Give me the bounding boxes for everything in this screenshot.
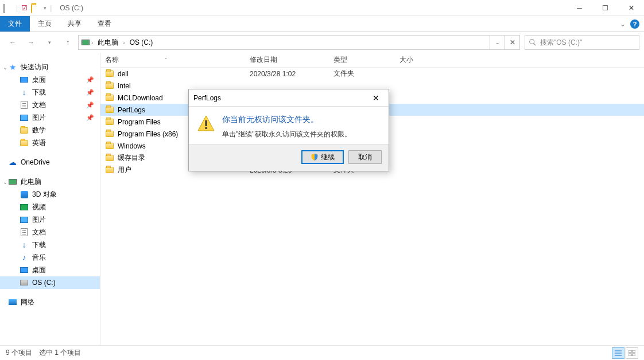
folder-icon[interactable]	[31, 3, 40, 13]
folder-icon	[20, 138, 29, 147]
recent-dropdown[interactable]: ▾	[41, 34, 57, 50]
breadcrumb-thispc[interactable]: 此电脑	[94, 38, 122, 48]
col-name[interactable]: 名称˄	[105, 55, 250, 65]
tab-share[interactable]: 共享	[60, 16, 90, 32]
ribbon-expand-icon[interactable]: ⌄	[620, 20, 626, 28]
pin-icon: 📌	[86, 76, 94, 84]
sidebar-item-label: 桌面	[32, 75, 46, 85]
breadcrumb-drive[interactable]: OS (C:)	[126, 38, 157, 46]
sidebar-item[interactable]: 桌面📌	[0, 73, 100, 86]
sidebar-item-label: 图片	[32, 113, 46, 123]
window-title: OS (C:)	[60, 4, 83, 12]
svg-rect-10	[205, 120, 207, 126]
disk-icon	[20, 278, 29, 287]
file-date: 2020/3/28 1:02	[250, 70, 333, 78]
download-icon: ↓	[20, 240, 29, 249]
sidebar-item[interactable]: OS (C:)	[0, 276, 100, 289]
sidebar-item[interactable]: ♪音乐	[0, 251, 100, 264]
sidebar: ⌄ ★ 快速访问 桌面📌↓下载📌文档📌图片📌数学英语 ☁ OneDrive ⌄ …	[0, 53, 100, 345]
sidebar-item[interactable]: 文档	[0, 226, 100, 238]
view-icons-button[interactable]	[626, 347, 638, 359]
sidebar-item[interactable]: 3D 对象	[0, 188, 100, 201]
search-placeholder: 搜索"OS (C:)"	[540, 38, 582, 48]
titlebar: | ☑ ▾ | OS (C:) ─ ☐ ✕	[0, 0, 644, 16]
forward-button[interactable]: →	[23, 34, 39, 50]
file-type: 文件夹	[333, 69, 399, 79]
chevron-right-icon[interactable]: ›	[90, 40, 94, 46]
sidebar-item-label: OS (C:)	[32, 279, 56, 287]
pc-icon	[8, 177, 17, 186]
back-button[interactable]: ←	[5, 34, 21, 50]
warning-icon	[197, 115, 215, 133]
sidebar-item-label: 音乐	[32, 253, 46, 263]
help-icon[interactable]: ?	[630, 19, 639, 29]
file-name: PerfLogs	[118, 106, 145, 114]
column-headers: 名称˄ 修改日期 类型 大小	[100, 53, 644, 68]
sidebar-thispc[interactable]: ⌄ 此电脑	[0, 175, 100, 188]
sidebar-item[interactable]: 图片📌	[0, 111, 100, 124]
col-size[interactable]: 大小	[399, 55, 445, 65]
continue-button[interactable]: 继续	[301, 150, 344, 164]
sidebar-item[interactable]: ↓下载📌	[0, 86, 100, 99]
folder-icon	[105, 118, 114, 127]
dialog-close-button[interactable]: ✕	[368, 93, 384, 103]
file-name: 缓存目录	[118, 153, 145, 163]
sidebar-quick-access[interactable]: ⌄ ★ 快速访问	[0, 61, 100, 73]
file-name: Windows	[118, 142, 146, 150]
sidebar-network[interactable]: 网络	[0, 296, 100, 308]
view-details-button[interactable]	[612, 347, 624, 359]
col-type[interactable]: 类型	[333, 55, 399, 65]
checkbox-icon[interactable]: ☑	[21, 4, 28, 12]
tab-view[interactable]: 查看	[90, 16, 119, 32]
col-date[interactable]: 修改日期	[250, 55, 333, 65]
search-icon	[529, 38, 537, 46]
sidebar-item-label: 此电脑	[21, 177, 41, 187]
doc-icon	[20, 228, 29, 237]
search-input[interactable]: 搜索"OS (C:)"	[525, 35, 639, 50]
dialog-titlebar[interactable]: PerfLogs ✕	[189, 89, 389, 107]
minimize-button[interactable]: ─	[567, 0, 592, 16]
close-button[interactable]: ✕	[618, 0, 644, 16]
address-bar[interactable]: › 此电脑 › OS (C:) ⌄ ✕	[78, 35, 520, 50]
folder-icon	[105, 81, 114, 91]
maximize-button[interactable]: ☐	[592, 0, 618, 16]
file-row[interactable]: dell2020/3/28 1:02文件夹	[100, 68, 644, 80]
sidebar-item-label: 快速访问	[21, 62, 48, 72]
star-icon: ★	[8, 62, 17, 72]
tab-home[interactable]: 主页	[30, 16, 60, 32]
svg-rect-7	[629, 354, 631, 356]
video-icon	[20, 202, 29, 212]
up-button[interactable]: ↑	[60, 34, 76, 50]
folder-icon	[105, 130, 114, 139]
cancel-button[interactable]: 取消	[348, 150, 382, 164]
sidebar-item[interactable]: 英语	[0, 136, 100, 149]
address-dropdown[interactable]: ⌄	[490, 36, 505, 49]
sidebar-item-label: 下载	[32, 240, 46, 250]
folder-icon	[105, 166, 114, 175]
pin-icon: 📌	[86, 101, 94, 109]
chevron-right-icon[interactable]: ›	[122, 40, 126, 46]
chevron-down-icon[interactable]: ⌄	[2, 179, 8, 185]
sidebar-item[interactable]: 视频	[0, 201, 100, 213]
status-count: 9 个项目	[6, 348, 32, 358]
sidebar-item[interactable]: ↓下载	[0, 238, 100, 251]
chevron-down-icon[interactable]: ⌄	[2, 64, 8, 71]
refresh-button[interactable]: ✕	[505, 36, 519, 49]
cloud-icon: ☁	[8, 158, 17, 167]
qat-dropdown-icon[interactable]: ▾	[44, 5, 46, 11]
status-bar: 9 个项目 选中 1 个项目	[0, 345, 644, 360]
doc-icon	[20, 100, 29, 109]
drive-icon	[3, 3, 13, 13]
permission-dialog: PerfLogs ✕ 你当前无权访问该文件夹。 单击"继续"获取永久访问该文件夹…	[188, 89, 389, 171]
file-name: MCLDownload	[118, 94, 163, 102]
sidebar-item-label: 图片	[32, 215, 46, 225]
sidebar-onedrive[interactable]: ☁ OneDrive	[0, 156, 100, 169]
tab-file[interactable]: 文件	[0, 16, 30, 32]
navbar: ← → ▾ ↑ › 此电脑 › OS (C:) ⌄ ✕ 搜索"OS (C:)"	[0, 32, 644, 53]
sidebar-item[interactable]: 桌面	[0, 264, 100, 276]
sidebar-item[interactable]: 数学	[0, 124, 100, 136]
sidebar-item[interactable]: 文档📌	[0, 99, 100, 111]
sidebar-item[interactable]: 图片	[0, 213, 100, 226]
sidebar-item-label: 英语	[32, 138, 46, 148]
pic-icon	[20, 113, 29, 122]
